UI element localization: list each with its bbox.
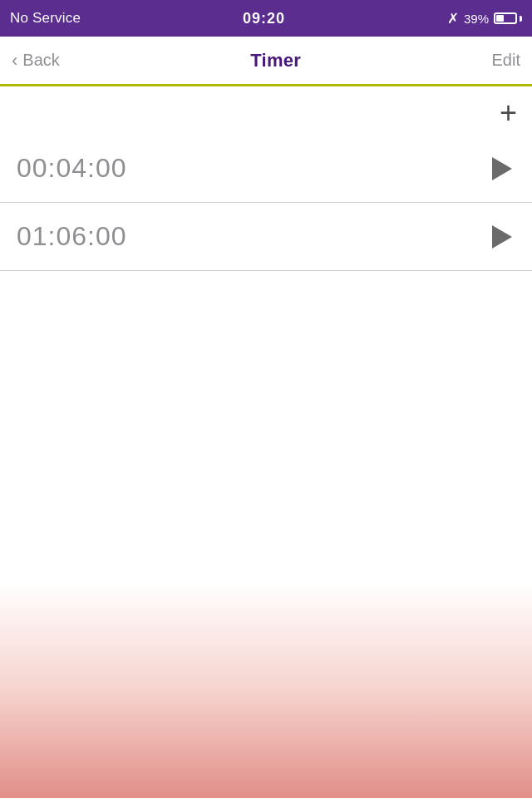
timer-list: 00:04:00 01:06:00 — [0, 135, 532, 271]
battery-icon — [494, 12, 522, 24]
back-label: Back — [22, 51, 59, 70]
add-button-row: + — [0, 86, 532, 135]
time-label: 09:20 — [243, 10, 285, 27]
carrier-label: No Service — [10, 10, 81, 27]
back-button[interactable]: ‹ Back — [12, 50, 60, 71]
timer-item[interactable]: 01:06:00 — [0, 203, 532, 271]
timer-value: 01:06:00 — [17, 221, 127, 252]
timer-item[interactable]: 00:04:00 — [0, 135, 532, 203]
bottom-gradient — [0, 582, 532, 798]
page-title: Timer — [250, 50, 301, 71]
battery-percent: 39% — [464, 12, 489, 26]
bluetooth-icon: ✗ — [447, 10, 459, 27]
add-timer-button[interactable]: + — [500, 98, 517, 128]
play-icon[interactable] — [492, 225, 512, 249]
chevron-left-icon: ‹ — [12, 50, 17, 71]
edit-button[interactable]: Edit — [492, 51, 520, 70]
nav-bar: ‹ Back Timer Edit — [0, 37, 532, 86]
status-bar: No Service 09:20 ✗ 39% — [0, 0, 532, 37]
status-right: ✗ 39% — [447, 10, 522, 27]
timer-value: 00:04:00 — [17, 153, 127, 184]
play-icon[interactable] — [492, 157, 512, 180]
